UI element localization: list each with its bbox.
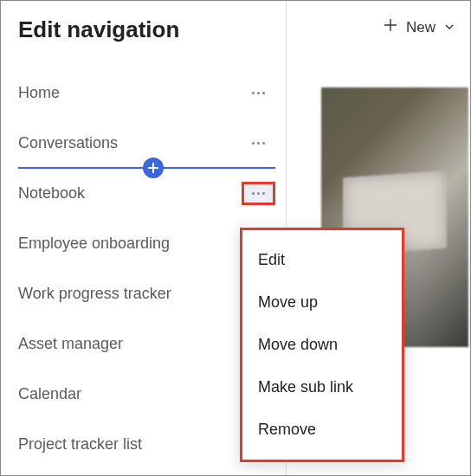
menu-item-move-down[interactable]: Move down	[242, 324, 402, 366]
page-toolbar: New	[384, 18, 455, 36]
nav-item-label: Work progress tracker	[18, 285, 171, 303]
context-menu: Edit Move up Move down Make sub link Rem…	[240, 228, 404, 462]
ellipsis-icon[interactable]	[247, 137, 270, 150]
menu-item-edit[interactable]: Edit	[242, 239, 402, 281]
chevron-down-icon[interactable]	[444, 19, 455, 36]
insert-plus-icon[interactable]	[143, 158, 164, 178]
plus-icon	[384, 18, 397, 36]
ellipsis-icon[interactable]	[247, 187, 270, 200]
panel-title: Edit navigation	[18, 16, 286, 43]
nav-item-label: Home	[18, 84, 60, 102]
nav-item-home[interactable]: Home	[18, 68, 286, 118]
menu-item-move-up[interactable]: Move up	[242, 281, 402, 324]
nav-item-label: Notebook	[18, 184, 85, 203]
nav-item-conversations[interactable]: Conversations	[18, 118, 286, 168]
menu-item-remove[interactable]: Remove	[242, 408, 402, 451]
ellipsis-icon[interactable]	[247, 87, 270, 100]
nav-item-label: Project tracker list	[18, 435, 142, 453]
nav-item-label: Employee onboarding	[18, 235, 170, 253]
menu-item-make-sub-link[interactable]: Make sub link	[242, 366, 402, 408]
nav-item-label: Asset manager	[18, 335, 123, 353]
nav-item-label: Conversations	[18, 134, 118, 152]
new-button[interactable]: New	[406, 19, 436, 36]
nav-item-label: Calendar	[18, 385, 81, 403]
